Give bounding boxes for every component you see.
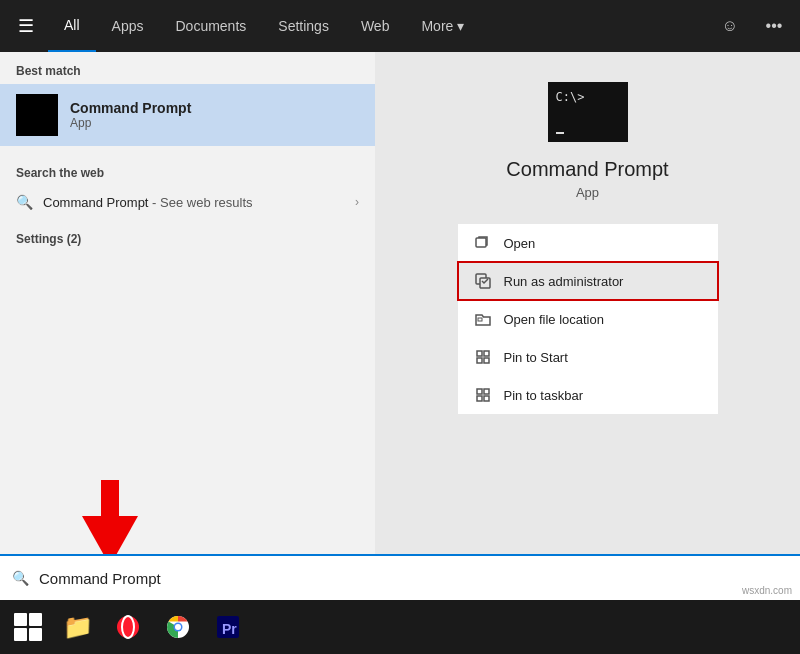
run-as-admin-label: Run as administrator [504,274,624,289]
svg-rect-6 [477,358,482,363]
start-button[interactable] [4,603,52,651]
search-bar-icon: 🔍 [12,570,29,586]
web-search-item[interactable]: 🔍 Command Prompt - See web results › [0,186,375,218]
file-explorer-button[interactable]: 📁 [54,603,102,651]
tab-apps[interactable]: Apps [96,0,160,52]
nav-tabs: All Apps Documents Settings Web More ▾ [48,0,712,52]
svg-point-17 [175,624,181,630]
left-bottom-space [0,252,375,600]
windows-logo-icon [14,613,42,641]
context-menu: Open Run as administrator [458,224,718,414]
open-label: Open [504,236,536,251]
menu-item-open-location[interactable]: Open file location [458,300,718,338]
hamburger-button[interactable]: ☰ [8,0,44,52]
premiere-button[interactable]: Pr [204,603,252,651]
menu-item-pin-taskbar[interactable]: Pin to taskbar [458,376,718,414]
svg-rect-11 [484,396,489,401]
best-match-text: Command Prompt App [70,100,191,130]
best-match-title: Command Prompt [70,100,191,116]
menu-item-pin-start[interactable]: Pin to Start [458,338,718,376]
top-nav: ☰ All Apps Documents Settings Web More ▾… [0,0,800,52]
svg-text:Pr: Pr [222,621,237,637]
search-input[interactable]: Command Prompt [39,570,788,587]
opera-button[interactable] [104,603,152,651]
more-label: More [421,18,453,34]
svg-rect-9 [484,389,489,394]
web-label: Search the web [0,154,375,186]
content-area: Best match Command Prompt App Search the… [0,52,800,600]
shield-icon [474,272,492,290]
best-match-sub: App [70,116,191,130]
web-item-left: 🔍 Command Prompt - See web results [16,194,253,210]
svg-rect-5 [484,351,489,356]
svg-rect-4 [477,351,482,356]
folder-icon [474,310,492,328]
svg-rect-7 [484,358,489,363]
right-panel: Command Prompt App Open [375,52,800,600]
taskbar: 📁 Pr [0,600,800,654]
best-match-item[interactable]: Command Prompt App [0,84,375,146]
tab-settings[interactable]: Settings [262,0,345,52]
tab-documents[interactable]: Documents [159,0,262,52]
tab-web[interactable]: Web [345,0,406,52]
app-title: Command Prompt [506,158,668,181]
svg-rect-0 [476,238,486,247]
chrome-button[interactable] [154,603,202,651]
svg-rect-10 [477,396,482,401]
feedback-icon[interactable]: ☺ [712,8,748,44]
pin-start-icon [474,348,492,366]
app-subtitle: App [576,185,599,200]
cmd-icon-small [16,94,58,136]
pin-start-label: Pin to Start [504,350,568,365]
tab-more[interactable]: More ▾ [405,0,480,52]
pin-taskbar-icon [474,386,492,404]
chevron-right-icon: › [355,195,359,209]
pin-taskbar-label: Pin to taskbar [504,388,584,403]
search-icon: 🔍 [16,194,33,210]
open-icon [474,234,492,252]
tab-all[interactable]: All [48,0,96,52]
left-panel: Best match Command Prompt App Search the… [0,52,375,600]
web-query-text: Command Prompt - See web results [43,195,253,210]
arrow-stem [101,480,119,516]
settings-section-label: Settings (2) [0,226,375,252]
svg-rect-3 [478,318,482,321]
cmd-icon-large [548,82,628,142]
best-match-label: Best match [0,52,375,84]
svg-point-13 [122,616,134,638]
menu-item-run-as-admin[interactable]: Run as administrator [458,262,718,300]
nav-right-icons: ☺ ••• [712,8,792,44]
svg-rect-8 [477,389,482,394]
search-bar: 🔍 Command Prompt [0,554,800,600]
chevron-down-icon: ▾ [457,18,464,34]
web-section: Search the web 🔍 Command Prompt - See we… [0,146,375,226]
menu-item-open[interactable]: Open [458,224,718,262]
open-location-label: Open file location [504,312,604,327]
more-options-icon[interactable]: ••• [756,8,792,44]
watermark: wsxdn.com [742,585,792,596]
